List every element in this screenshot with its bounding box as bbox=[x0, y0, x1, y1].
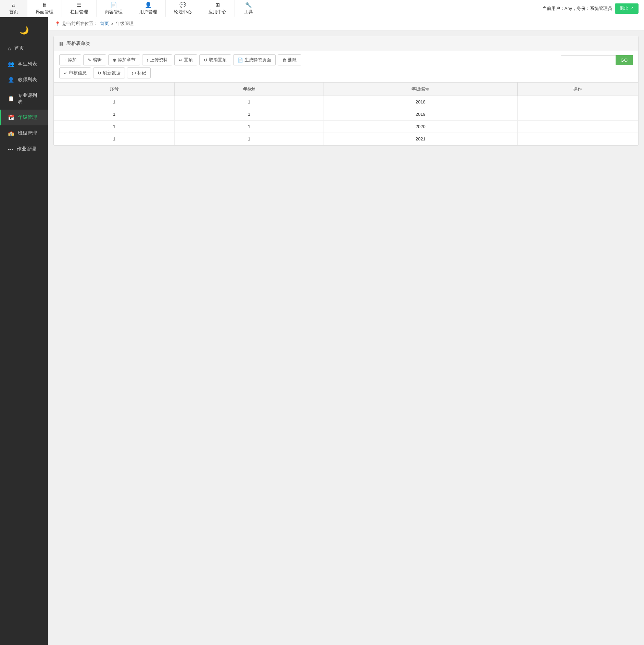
sidebar: 🌙 ⌂ 首页 👥 学生列表 👤 教师列表 📋 专业课列表 📅 年级管理 🏫 班级… bbox=[0, 17, 48, 645]
logout-icon: ↗ bbox=[630, 6, 634, 11]
review-button[interactable]: ✓ 审核信息 bbox=[59, 67, 91, 78]
sidebar-students-icon: 👥 bbox=[8, 61, 14, 67]
refresh-button[interactable]: ↻ 刷新数据 bbox=[93, 67, 125, 78]
edit-button[interactable]: ✎ 编辑 bbox=[83, 54, 106, 65]
breadcrumb-home[interactable]: 首页 bbox=[100, 21, 109, 27]
cell-id: 1 bbox=[175, 108, 324, 121]
top-nav-course[interactable]: 🖥 界面管理 bbox=[27, 0, 62, 17]
sidebar-logo: 🌙 bbox=[0, 21, 48, 40]
breadcrumb-icon: 📍 bbox=[55, 21, 60, 26]
delete-button[interactable]: 🗑 删除 bbox=[278, 54, 301, 65]
tag-button[interactable]: 🏷 标记 bbox=[127, 67, 151, 78]
table-icon: ▦ bbox=[59, 41, 64, 46]
col-code: 年级编号 bbox=[324, 83, 517, 96]
table-row: 112018 bbox=[54, 96, 638, 108]
sidebar-item-students[interactable]: 👥 学生列表 bbox=[0, 56, 48, 72]
restore-label: 置顶 bbox=[184, 57, 193, 63]
table-card-title: 表格表单类 bbox=[66, 40, 90, 47]
restore-button[interactable]: ↩ 置顶 bbox=[174, 54, 197, 65]
top-nav-app[interactable]: ⊞ 应用中心 bbox=[200, 0, 235, 17]
sidebar-class-label: 班级管理 bbox=[18, 130, 37, 136]
add-button[interactable]: + 添加 bbox=[59, 54, 81, 65]
delete-icon: 🗑 bbox=[282, 58, 287, 63]
edit-label: 编辑 bbox=[93, 57, 102, 63]
cell-action bbox=[517, 96, 638, 108]
tools-icon: 🔧 bbox=[245, 2, 252, 8]
sidebar-students-label: 学生列表 bbox=[18, 61, 37, 67]
sidebar-item-class[interactable]: 🏫 班级管理 bbox=[0, 125, 48, 141]
top-nav-home[interactable]: ⌂ 首页 bbox=[0, 0, 27, 17]
content-area: 📍 您当前所在位置： 首页 > 年级管理 ▦ 表格表单类 + 添加 bbox=[48, 17, 644, 645]
app-icon: ⊞ bbox=[215, 2, 220, 8]
top-nav-forum-label: 论坛中心 bbox=[174, 9, 192, 15]
cell-code: 2020 bbox=[324, 121, 517, 133]
add-chapter-button[interactable]: ⊕ 添加章节 bbox=[108, 54, 140, 65]
toolbar-row1: + 添加 ✎ 编辑 ⊕ 添加章节 ↑ 上传资料 bbox=[59, 54, 633, 65]
top-nav-forum[interactable]: 💬 论坛中心 bbox=[166, 0, 200, 17]
top-nav-user[interactable]: 👤 用户管理 bbox=[131, 0, 166, 17]
table-body: 112018112019112020112021 bbox=[54, 96, 638, 145]
home-icon: ⌂ bbox=[12, 2, 15, 8]
search-input[interactable] bbox=[561, 55, 616, 65]
top-nav-user-label: 用户管理 bbox=[139, 9, 157, 15]
top-nav-tools[interactable]: 🔧 工具 bbox=[235, 0, 262, 17]
edit-icon: ✎ bbox=[88, 58, 91, 63]
search-button[interactable]: GO bbox=[616, 55, 633, 65]
table-head: 序号 年级id 年级编号 操作 bbox=[54, 83, 638, 96]
toolbar: + 添加 ✎ 编辑 ⊕ 添加章节 ↑ 上传资料 bbox=[54, 51, 638, 82]
cell-code: 2019 bbox=[324, 108, 517, 121]
user-info-text: 当前用户：Any，身份：系统管理员 bbox=[542, 5, 612, 12]
static-page-icon: 📄 bbox=[238, 58, 243, 63]
cell-id: 1 bbox=[175, 96, 324, 108]
static-page-button[interactable]: 📄 生成静态页面 bbox=[233, 54, 276, 65]
sidebar-item-teachers[interactable]: 👤 教师列表 bbox=[0, 72, 48, 88]
sidebar-item-courses[interactable]: 📋 专业课列表 bbox=[0, 88, 48, 110]
review-icon: ✓ bbox=[64, 71, 67, 76]
col-id: 年级id bbox=[175, 83, 324, 96]
top-nav-column[interactable]: ☰ 栏目管理 bbox=[62, 0, 97, 17]
sidebar-item-home[interactable]: ⌂ 首页 bbox=[0, 40, 48, 56]
sidebar-homework-icon: ••• bbox=[8, 146, 13, 152]
tag-label: 标记 bbox=[137, 70, 146, 76]
sidebar-grade-icon: 📅 bbox=[8, 114, 14, 121]
cell-seq: 1 bbox=[54, 133, 175, 145]
table-row: 112021 bbox=[54, 133, 638, 145]
breadcrumb: 📍 您当前所在位置： 首页 > 年级管理 bbox=[48, 17, 644, 30]
cell-seq: 1 bbox=[54, 96, 175, 108]
upload-label: 上传资料 bbox=[150, 57, 168, 63]
col-action: 操作 bbox=[517, 83, 638, 96]
top-nav-tools-label: 工具 bbox=[244, 9, 253, 15]
add-chapter-label: 添加章节 bbox=[118, 57, 136, 63]
sidebar-courses-label: 专业课列表 bbox=[18, 92, 41, 105]
upload-button[interactable]: ↑ 上传资料 bbox=[142, 54, 173, 65]
sidebar-item-grade[interactable]: 📅 年级管理 bbox=[0, 110, 48, 125]
logout-button[interactable]: 退出 ↗ bbox=[615, 3, 639, 14]
add-chapter-icon: ⊕ bbox=[113, 58, 116, 63]
cell-action bbox=[517, 133, 638, 145]
breadcrumb-separator: > bbox=[111, 21, 114, 26]
top-nav-content[interactable]: 📄 内容管理 bbox=[97, 0, 131, 17]
logout-label: 退出 bbox=[620, 5, 629, 12]
top-nav-right: 当前用户：Any，身份：系统管理员 退出 ↗ bbox=[537, 0, 644, 17]
static-page-label: 生成静态页面 bbox=[244, 57, 271, 63]
top-nav-course-label: 界面管理 bbox=[36, 9, 53, 15]
sidebar-item-homework[interactable]: ••• 作业管理 bbox=[0, 141, 48, 157]
refresh-icon: ↻ bbox=[98, 71, 101, 76]
cell-id: 1 bbox=[175, 121, 324, 133]
sidebar-homework-label: 作业管理 bbox=[17, 146, 36, 152]
toolbar-row2: ✓ 审核信息 ↻ 刷新数据 🏷 标记 bbox=[59, 67, 633, 78]
course-icon: 🖥 bbox=[42, 2, 47, 8]
table-row: 112019 bbox=[54, 108, 638, 121]
sidebar-teachers-label: 教师列表 bbox=[18, 77, 37, 83]
breadcrumb-current: 年级管理 bbox=[116, 21, 134, 27]
main-layout: 🌙 ⌂ 首页 👥 学生列表 👤 教师列表 📋 专业课列表 📅 年级管理 🏫 班级… bbox=[0, 17, 644, 645]
table-card-header: ▦ 表格表单类 bbox=[54, 36, 638, 51]
cancel-top-button[interactable]: ↺ 取消置顶 bbox=[199, 54, 231, 65]
table-row: 112020 bbox=[54, 121, 638, 133]
add-label: 添加 bbox=[68, 57, 77, 63]
forum-icon: 💬 bbox=[179, 2, 186, 8]
cancel-top-label: 取消置顶 bbox=[209, 57, 227, 63]
sidebar-grade-label: 年级管理 bbox=[18, 114, 37, 121]
review-label: 审核信息 bbox=[69, 70, 87, 76]
sidebar-courses-icon: 📋 bbox=[8, 96, 14, 102]
